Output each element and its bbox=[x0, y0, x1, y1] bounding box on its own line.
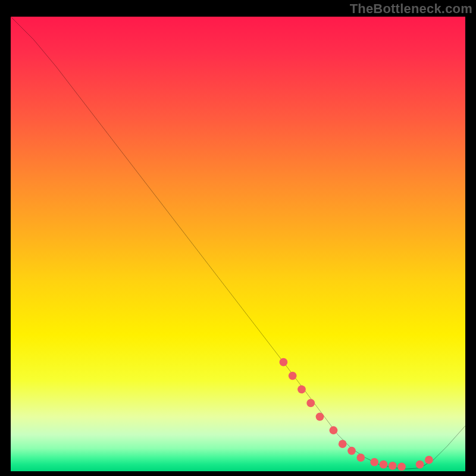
curve-marker-dot bbox=[416, 461, 424, 469]
curve-marker-dot bbox=[356, 453, 365, 462]
plot-area bbox=[11, 17, 465, 471]
curve-marker-dot bbox=[380, 461, 388, 469]
curve-marker-dot bbox=[397, 462, 406, 471]
curve-marker-dot bbox=[389, 462, 397, 470]
curve-marker-dot bbox=[289, 372, 297, 380]
curve-markers bbox=[280, 358, 433, 471]
bottleneck-curve bbox=[11, 17, 465, 469]
curve-line bbox=[11, 17, 465, 469]
curve-marker-dot bbox=[339, 440, 347, 448]
curve-marker-dot bbox=[425, 456, 433, 464]
curve-marker-dot bbox=[280, 358, 288, 367]
curve-marker-dot bbox=[330, 426, 338, 434]
chart-frame: TheBottleneck.com bbox=[0, 0, 476, 476]
curve-marker-dot bbox=[316, 412, 324, 421]
curve-marker-dot bbox=[298, 386, 306, 394]
chart-svg bbox=[11, 17, 465, 471]
curve-marker-dot bbox=[306, 399, 315, 408]
curve-marker-dot bbox=[370, 458, 378, 466]
watermark-text: TheBottleneck.com bbox=[350, 1, 472, 17]
curve-marker-dot bbox=[347, 447, 356, 455]
